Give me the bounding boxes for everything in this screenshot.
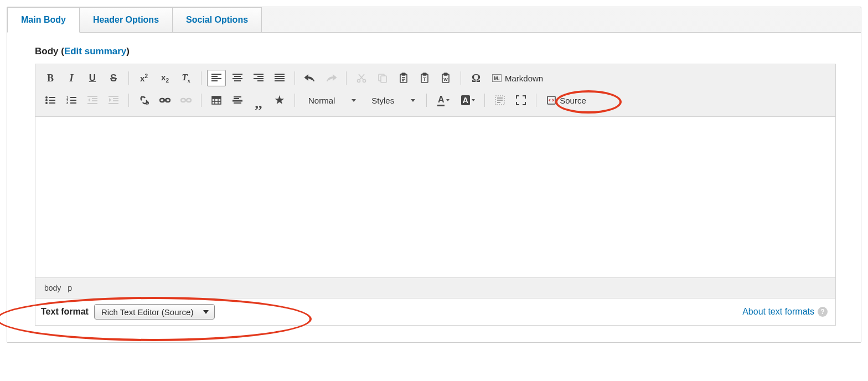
markdown-label: Markdown (505, 74, 543, 83)
tab-main-body[interactable]: Main Body (7, 7, 80, 33)
svg-rect-28 (423, 73, 426, 75)
align-justify-icon (275, 74, 285, 83)
source-button[interactable]: Source (542, 92, 591, 109)
svg-text:3: 3 (66, 101, 69, 105)
italic-icon: I (69, 73, 73, 84)
align-justify-button[interactable] (270, 70, 289, 86)
horizontal-rule-button[interactable] (228, 92, 247, 109)
unlink-button[interactable] (177, 92, 195, 109)
source-icon (546, 95, 556, 105)
toolbar-separator (461, 71, 461, 85)
svg-rect-65 (212, 96, 221, 99)
bulleted-list-button[interactable] (41, 92, 60, 109)
indent-icon (108, 96, 118, 105)
editor-content-area[interactable] (35, 117, 835, 277)
svg-text:+: + (146, 102, 148, 105)
text-format-select[interactable]: Rich Text Editor (Source) (94, 304, 215, 320)
edit-summary-link[interactable]: Edit summary (64, 46, 126, 56)
outdent-button[interactable] (83, 92, 102, 109)
chevron-down-icon (446, 99, 450, 101)
superscript-icon: x2 (140, 73, 148, 83)
special-char-button[interactable]: Ω (467, 70, 485, 86)
blockquote-button[interactable]: ,, (249, 92, 268, 109)
strike-button[interactable]: S (104, 70, 123, 86)
star-button[interactable]: ★ (270, 92, 289, 109)
elements-path-bar: body p (35, 277, 835, 298)
tab-label: Social Options (186, 15, 248, 24)
redo-icon (326, 74, 337, 82)
table-icon (211, 96, 221, 105)
paste-button[interactable] (394, 70, 413, 86)
format-dropdown-label: Normal (308, 96, 335, 105)
show-blocks-button[interactable] (490, 92, 509, 109)
chevron-down-icon (352, 99, 356, 102)
underline-button[interactable]: U (83, 70, 102, 86)
markdown-button[interactable]: M↓ Markdown (488, 70, 547, 86)
undo-button[interactable] (301, 70, 319, 86)
unlink-icon (180, 96, 192, 104)
tab-label: Header Options (93, 15, 159, 24)
redo-button[interactable] (322, 70, 340, 86)
italic-button[interactable]: I (62, 70, 81, 86)
label-prefix: Body ( (35, 46, 64, 56)
paste-text-button[interactable]: T (415, 70, 434, 86)
svg-point-16 (358, 80, 360, 83)
strike-icon: S (110, 73, 117, 84)
cut-button[interactable] (352, 70, 371, 86)
toolbar-separator (201, 94, 202, 107)
align-left-icon (211, 74, 221, 83)
tab-panel-main-body: Body (Edit summary) B I U S x2 x2 Tx (7, 32, 861, 342)
text-color-button[interactable]: A (432, 92, 454, 109)
bold-icon: B (47, 73, 54, 84)
remove-format-button[interactable]: Tx (177, 70, 195, 86)
svg-text:T: T (423, 76, 426, 82)
chevron-down-icon (411, 99, 415, 102)
ckeditor-wrapper: B I U S x2 x2 Tx (35, 64, 836, 298)
background-color-button[interactable]: A (457, 92, 479, 109)
format-dropdown[interactable]: Normal (301, 92, 361, 109)
svg-rect-58 (181, 99, 185, 102)
blockquote-icon: ,, (255, 101, 262, 106)
paste-text-icon: T (420, 73, 430, 84)
tab-label: Main Body (21, 15, 66, 24)
path-element-body[interactable]: body (44, 284, 61, 292)
indent-button[interactable] (104, 92, 123, 109)
chain-link-icon (159, 97, 170, 104)
superscript-button[interactable]: x2 (135, 70, 153, 86)
bold-button[interactable]: B (41, 70, 60, 86)
tab-strip: Main Body Header Options Social Options (7, 7, 861, 33)
tab-social-options[interactable]: Social Options (172, 7, 262, 32)
chevron-down-icon (472, 99, 475, 101)
toolbar-separator (294, 94, 295, 107)
source-label: Source (560, 96, 586, 105)
numbered-list-button[interactable]: 123 (62, 92, 81, 109)
align-left-button[interactable] (207, 70, 226, 86)
maximize-icon (516, 95, 526, 105)
tab-header-options[interactable]: Header Options (79, 7, 173, 32)
svg-line-19 (359, 74, 364, 80)
copy-button[interactable] (373, 70, 392, 86)
svg-rect-59 (187, 99, 191, 102)
ckeditor-toolbar: B I U S x2 x2 Tx (35, 64, 835, 117)
svg-point-35 (45, 102, 48, 104)
maximize-button[interactable] (512, 92, 530, 109)
align-center-button[interactable] (228, 70, 247, 86)
subscript-button[interactable]: x2 (156, 70, 174, 86)
path-element-p[interactable]: p (68, 284, 72, 292)
svg-rect-23 (402, 73, 405, 75)
align-right-button[interactable] (249, 70, 268, 86)
toolbar-separator (346, 71, 347, 85)
outdent-icon (87, 96, 97, 105)
anchor-button[interactable] (156, 92, 174, 109)
align-right-icon (254, 74, 264, 83)
svg-line-18 (360, 74, 365, 80)
styles-dropdown[interactable]: Styles (364, 92, 421, 109)
paste-word-button[interactable]: W (436, 70, 455, 86)
toolbar-separator (128, 71, 129, 85)
toolbar-separator (536, 94, 536, 107)
link-button[interactable]: + (135, 92, 153, 109)
about-text-formats-link[interactable]: About text formats ? (742, 307, 828, 317)
remove-format-icon: Tx (182, 72, 190, 84)
table-button[interactable] (207, 92, 226, 109)
svg-rect-21 (381, 76, 386, 83)
